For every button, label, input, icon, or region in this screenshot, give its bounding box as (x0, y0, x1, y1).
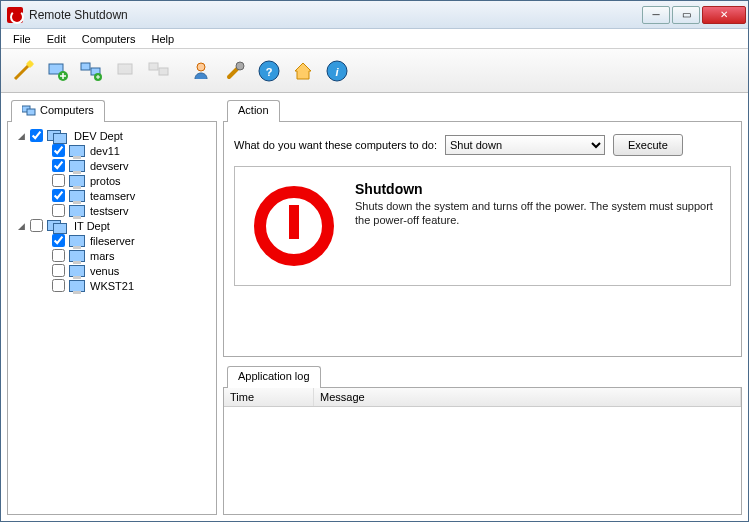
computer-icon (69, 280, 85, 292)
app-icon (7, 7, 23, 23)
item-label: mars (90, 250, 114, 262)
action-title: Shutdown (355, 181, 716, 197)
tree-item[interactable]: testserv (14, 203, 210, 218)
action-prompt: What do you want these computers to do: (234, 139, 437, 151)
computer-icon (69, 190, 85, 202)
action-select[interactable]: Shut down (445, 135, 605, 155)
tree-item[interactable]: teamserv (14, 188, 210, 203)
computer-icon (69, 205, 85, 217)
group-icon (47, 130, 69, 142)
minimize-button[interactable]: ─ (642, 6, 670, 24)
edit-computer-button[interactable] (109, 55, 141, 87)
titlebar[interactable]: Remote Shutdown ─ ▭ ✕ (1, 1, 748, 29)
computer-icon (69, 235, 85, 247)
computer-icon (69, 145, 85, 157)
log-header: Time Message (224, 388, 741, 407)
credentials-button[interactable] (185, 55, 217, 87)
execute-button[interactable]: Execute (613, 134, 683, 156)
group-checkbox[interactable] (30, 129, 43, 142)
svg-point-10 (236, 62, 244, 70)
tree-item[interactable]: WKST21 (14, 278, 210, 293)
item-checkbox[interactable] (52, 144, 65, 157)
close-button[interactable]: ✕ (702, 6, 746, 24)
computer-icon (69, 250, 85, 262)
menubar: File Edit Computers Help (1, 29, 748, 49)
group-icon (47, 220, 69, 232)
item-checkbox[interactable] (52, 159, 65, 172)
item-label: fileserver (90, 235, 135, 247)
item-checkbox[interactable] (52, 279, 65, 292)
action-panel: What do you want these computers to do: … (223, 121, 742, 357)
tab-action[interactable]: Action (227, 100, 280, 122)
svg-rect-18 (289, 205, 299, 239)
window-title: Remote Shutdown (29, 8, 642, 22)
group-checkbox[interactable] (30, 219, 43, 232)
computer-icon (69, 175, 85, 187)
wizard-button[interactable] (7, 55, 39, 87)
svg-rect-8 (159, 68, 168, 75)
action-description: Shuts down the system and turns off the … (355, 199, 716, 228)
item-label: protos (90, 175, 121, 187)
tree-item[interactable]: fileserver (14, 233, 210, 248)
item-checkbox[interactable] (52, 264, 65, 277)
home-button[interactable] (287, 55, 319, 87)
action-description-box: Shutdown Shuts down the system and turns… (234, 166, 731, 286)
svg-rect-16 (27, 109, 35, 115)
tree-item[interactable]: dev11 (14, 143, 210, 158)
add-computer-button[interactable] (41, 55, 73, 87)
item-checkbox[interactable] (52, 249, 65, 262)
maximize-button[interactable]: ▭ (672, 6, 700, 24)
tree-group[interactable]: ◢DEV Dept (14, 128, 210, 143)
svg-text:?: ? (266, 66, 273, 78)
toolbar: ? i (1, 49, 748, 93)
tab-computers-label: Computers (40, 104, 94, 116)
item-checkbox[interactable] (52, 189, 65, 202)
item-label: venus (90, 265, 119, 277)
tree-item[interactable]: venus (14, 263, 210, 278)
svg-rect-6 (118, 64, 132, 74)
tab-log[interactable]: Application log (227, 366, 321, 388)
computer-icon (69, 265, 85, 277)
remove-computer-button[interactable] (143, 55, 175, 87)
item-label: dev11 (90, 145, 120, 157)
item-checkbox[interactable] (52, 204, 65, 217)
expand-icon[interactable]: ◢ (16, 131, 26, 141)
computer-icon (69, 160, 85, 172)
group-label: DEV Dept (74, 130, 123, 142)
menu-file[interactable]: File (5, 31, 39, 47)
menu-help[interactable]: Help (144, 31, 183, 47)
tree-item[interactable]: mars (14, 248, 210, 263)
computers-tree[interactable]: ◢DEV Deptdev11devservprotosteamservtests… (7, 121, 217, 515)
menu-computers[interactable]: Computers (74, 31, 144, 47)
app-window: Remote Shutdown ─ ▭ ✕ File Edit Computer… (0, 0, 749, 522)
tab-computers[interactable]: Computers (11, 100, 105, 122)
item-checkbox[interactable] (52, 234, 65, 247)
log-col-message[interactable]: Message (314, 388, 741, 406)
svg-point-9 (197, 63, 205, 71)
tree-group[interactable]: ◢IT Dept (14, 218, 210, 233)
log-col-time[interactable]: Time (224, 388, 314, 406)
scan-network-button[interactable] (75, 55, 107, 87)
tree-item[interactable]: protos (14, 173, 210, 188)
expand-icon[interactable]: ◢ (16, 221, 26, 231)
svg-rect-3 (81, 63, 90, 70)
shutdown-icon (249, 181, 339, 271)
item-label: devserv (90, 160, 129, 172)
settings-button[interactable] (219, 55, 251, 87)
item-label: WKST21 (90, 280, 134, 292)
about-button[interactable]: i (321, 55, 353, 87)
item-label: teamserv (90, 190, 135, 202)
tree-item[interactable]: devserv (14, 158, 210, 173)
menu-edit[interactable]: Edit (39, 31, 74, 47)
svg-rect-7 (149, 63, 158, 70)
log-panel: Time Message (223, 387, 742, 515)
item-label: testserv (90, 205, 129, 217)
item-checkbox[interactable] (52, 174, 65, 187)
group-label: IT Dept (74, 220, 110, 232)
help-button[interactable]: ? (253, 55, 285, 87)
